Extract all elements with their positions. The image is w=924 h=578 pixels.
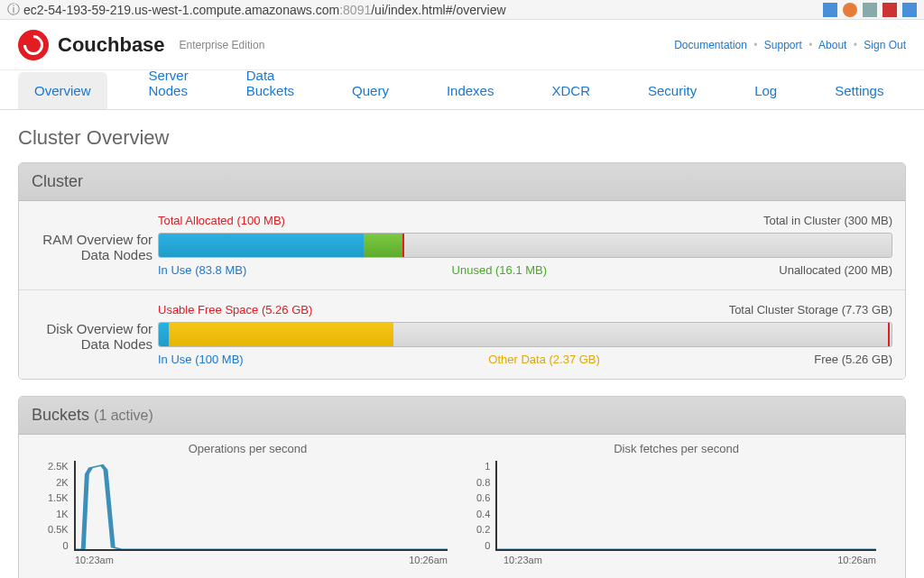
ram-total-cluster: Total in Cluster (300 MB): [763, 214, 892, 227]
chart1-yaxis: 2.5K 2K 1.5K 1K 0.5K 0: [48, 461, 74, 551]
main-nav: Overview Server Nodes Data Buckets Query…: [0, 70, 924, 110]
ram-label: RAM Overview for Data Nodes: [32, 214, 158, 277]
header-links: Documentation • Support • About • Sign O…: [674, 39, 906, 51]
chart2-title: Disk fetches per second: [476, 442, 876, 455]
disk-other-segment: [169, 323, 393, 346]
ram-allocation-marker: [402, 233, 404, 258]
ram-inuse-segment: [159, 234, 364, 257]
disk-usable-free: Usable Free Space (5.26 GB): [158, 303, 312, 317]
tab-indexes[interactable]: Indexes: [430, 72, 511, 109]
disk-label: Disk Overview for Data Nodes: [32, 303, 158, 366]
tab-settings[interactable]: Settings: [818, 72, 900, 109]
ram-unallocated-segment: [402, 234, 892, 257]
tab-security[interactable]: Security: [632, 72, 713, 109]
ram-unused: Unused (16.1 MB): [452, 263, 672, 277]
tab-data-buckets[interactable]: Data Buckets: [230, 57, 310, 109]
ext-icon-5[interactable]: [902, 3, 917, 17]
brand-edition: Enterprise Edition: [180, 39, 265, 51]
logo-area: Couchbase Enterprise Edition: [18, 30, 264, 60]
ram-in-use: In Use (83.8 MB): [158, 263, 452, 277]
chart1-title: Operations per second: [48, 442, 448, 455]
url-port: :8091: [339, 3, 371, 17]
ram-overview-row: RAM Overview for Data Nodes Total Alloca…: [19, 201, 905, 290]
buckets-subtitle: (1 active): [94, 408, 153, 423]
url-path: /ui/index.html#/overview: [371, 3, 505, 17]
ram-total-allocated: Total Allocated (100 MB): [158, 214, 285, 227]
info-icon: ⓘ: [7, 2, 20, 18]
chart2-xaxis: 10:23am 10:26am: [476, 555, 876, 565]
ram-bar: [158, 233, 892, 258]
buckets-panel: Buckets (1 active) Operations per second…: [18, 396, 906, 578]
chart1-xaxis: 10:23am 10:26am: [48, 555, 448, 565]
couchbase-logo-icon: [18, 30, 49, 60]
link-support[interactable]: Support: [764, 39, 802, 51]
cluster-panel: Cluster RAM Overview for Data Nodes Tota…: [18, 162, 906, 380]
ext-icon-2[interactable]: [843, 3, 857, 17]
tab-query[interactable]: Query: [336, 72, 405, 109]
disk-other: Other Data (2.37 GB): [488, 353, 708, 366]
ram-unallocated: Unallocated (200 MB): [672, 263, 892, 277]
browser-url-bar[interactable]: ⓘ ec2-54-193-59-219.us-west-1.compute.am…: [0, 0, 924, 20]
tab-overview[interactable]: Overview: [18, 72, 107, 109]
ext-icon-3[interactable]: [863, 3, 877, 17]
page-title: Cluster Overview: [18, 126, 906, 150]
tab-xdcr[interactable]: XDCR: [535, 72, 606, 109]
disk-free: Free (5.26 GB): [708, 353, 892, 366]
brand-name: Couchbase: [58, 33, 165, 57]
tab-server-nodes[interactable]: Server Nodes: [133, 57, 205, 109]
cluster-panel-title: Cluster: [19, 163, 905, 201]
disk-inuse-segment: [159, 323, 169, 346]
chart-disk-fetches: Disk fetches per second 1 0.8 0.6 0.4 0.…: [476, 442, 876, 565]
ram-unused-segment: [364, 234, 403, 257]
chart2-yaxis: 1 0.8 0.6 0.4 0.2 0: [476, 461, 495, 551]
buckets-title: Buckets: [32, 406, 89, 424]
extensions-area: [823, 3, 917, 17]
disk-free-segment: [393, 323, 892, 346]
chart-ops-per-second: Operations per second 2.5K 2K 1.5K 1K 0.…: [48, 442, 448, 565]
disk-overview-row: Disk Overview for Data Nodes Usable Free…: [19, 290, 905, 379]
link-about[interactable]: About: [818, 39, 846, 51]
link-documentation[interactable]: Documentation: [674, 39, 747, 51]
disk-bar: [158, 322, 892, 347]
tab-log[interactable]: Log: [738, 72, 793, 109]
disk-in-use: In Use (100 MB): [158, 353, 488, 366]
link-signout[interactable]: Sign Out: [864, 39, 906, 51]
chart2-plot: [495, 461, 876, 551]
disk-marker: [888, 322, 890, 347]
ext-icon-4[interactable]: [882, 3, 897, 17]
chart1-plot: [74, 461, 448, 551]
buckets-panel-head: Buckets (1 active): [19, 397, 905, 435]
disk-total-storage: Total Cluster Storage (7.73 GB): [729, 303, 892, 317]
url-host: ec2-54-193-59-219.us-west-1.compute.amaz…: [23, 3, 339, 17]
ext-icon-1[interactable]: [823, 3, 837, 17]
